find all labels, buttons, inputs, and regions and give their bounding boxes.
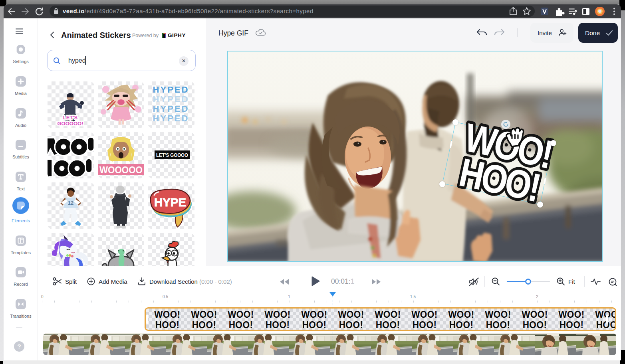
svg-text:12: 12 xyxy=(68,200,73,206)
svg-text:HYPED: HYPED xyxy=(153,85,189,95)
svg-text:HYPED: HYPED xyxy=(153,104,189,114)
svg-text:LET'S: LET'S xyxy=(63,115,78,121)
svg-text:GOOOOO!: GOOOOO! xyxy=(58,121,83,127)
svg-text:HYPE: HYPE xyxy=(154,196,186,209)
svg-text:WOOOOO: WOOOOO xyxy=(99,164,143,175)
svg-text:HYPED: HYPED xyxy=(153,94,189,104)
svg-text:HYPED: HYPED xyxy=(153,113,189,123)
svg-text:LET'S GOOOO: LET'S GOOOO xyxy=(156,152,188,158)
